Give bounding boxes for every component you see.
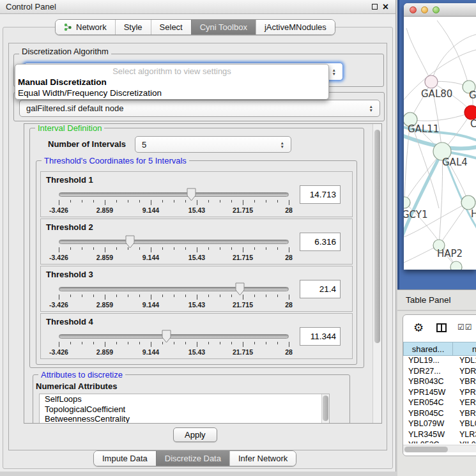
table-row[interactable]: YBR045CYBR0 (403, 409, 476, 420)
table-horizontal-scrollbar[interactable] (403, 445, 476, 452)
node-label: GAL11 (408, 123, 439, 135)
threshold-slider[interactable]: -3.4262.8599.14415.4321.71528 (59, 331, 289, 358)
slider-thumb[interactable] (187, 188, 196, 201)
scrollbar-thumb[interactable] (323, 395, 328, 421)
slider-tick (70, 342, 71, 344)
network-canvas[interactable]: GAL80 G C GAL11 GAL4 GCY1 H HAP2 (404, 17, 476, 270)
network-edge[interactable] (404, 151, 442, 203)
table-cell[interactable]: YLR345W (403, 430, 453, 441)
tab-impute-data[interactable]: Impute Data (94, 451, 156, 466)
zoom-traffic-light[interactable] (433, 6, 440, 13)
column-header-shared-name[interactable]: shared... (403, 342, 453, 356)
network-node[interactable] (450, 261, 462, 270)
threshold-value-input[interactable] (300, 280, 341, 298)
threshold-value-input[interactable] (300, 327, 341, 346)
group-title: Interval Definition (35, 123, 104, 133)
slider-tick (174, 247, 174, 250)
table-row[interactable]: YBL079WYBL0 (403, 419, 476, 430)
tab-select[interactable]: Select (151, 20, 191, 35)
dropdown-option-equal-width[interactable]: Equal Width/Frequency Discretization (15, 88, 328, 98)
number-of-intervals-combobox[interactable]: 5 ▲▼ (135, 136, 291, 153)
table-cell[interactable]: YBR0 (453, 409, 476, 420)
table-row[interactable]: YLR345WYLR3 (403, 430, 476, 441)
dropdown-option-manual[interactable]: Manual Discretization (15, 77, 328, 88)
network-node-selected[interactable] (464, 105, 476, 119)
control-panel-window: Control Panel × Network Style Select Cyn… (0, 0, 396, 472)
table-cell[interactable]: YER054C (403, 398, 453, 409)
slider-tick (208, 200, 209, 203)
table-panel: ⚙ ☑☑ shared... na YDL19...YDL1YDR27...YD… (397, 311, 476, 476)
table-row[interactable]: YDR27...YDR2 (403, 367, 476, 378)
attribute-list-item[interactable]: SelfLoops (40, 394, 329, 404)
table-row[interactable]: YIL052CYIL0 (403, 440, 476, 443)
scrollbar-thumb[interactable] (404, 447, 448, 452)
slider-tick (116, 247, 117, 250)
viewport-scrollbar[interactable] (372, 124, 381, 423)
network-edge[interactable] (431, 35, 476, 82)
select-columns-icon[interactable]: ☑☑ (457, 323, 473, 332)
slider-tick (105, 295, 105, 300)
table-cell[interactable]: YIL052C (403, 440, 453, 443)
close-icon[interactable]: × (383, 3, 388, 11)
table-cell[interactable]: YDL1 (453, 356, 476, 367)
table-cell[interactable]: YPR145W (403, 388, 453, 399)
table-cell[interactable]: YBL079W (403, 419, 453, 430)
network-edge[interactable] (406, 28, 431, 82)
table-cell[interactable]: YDR2 (453, 367, 476, 378)
threshold-slider[interactable]: -3.4262.8599.14415.4321.71528 (59, 236, 289, 263)
threshold-value-input[interactable] (300, 185, 341, 204)
scrollbar-thumb[interactable] (374, 130, 380, 343)
table-cell[interactable]: YDL19... (403, 356, 453, 367)
gear-icon[interactable]: ⚙ (413, 321, 424, 335)
tab-discretize-data[interactable]: Discretize Data (156, 451, 229, 466)
table-row[interactable]: YBR043CYBR0 (403, 377, 476, 388)
table-cell[interactable]: YBR043C (403, 377, 453, 388)
slider-thumb[interactable] (125, 235, 135, 249)
table-cell[interactable]: YPR1 (453, 388, 476, 399)
table-cell[interactable]: YDR27... (403, 367, 453, 378)
apply-button[interactable]: Apply (173, 427, 217, 442)
dropdown-prompt-item[interactable]: Select algorithm to view settings (15, 66, 328, 77)
tab-cyni-toolbox[interactable]: Cyni Toolbox (191, 20, 256, 35)
table-cell[interactable]: YLR3 (453, 430, 476, 441)
close-traffic-light[interactable] (410, 6, 417, 13)
column-header-name[interactable]: na (453, 342, 476, 356)
threshold-slider[interactable]: -3.4262.8599.14415.4321.71528 (59, 284, 289, 311)
slider-track[interactable] (59, 240, 289, 244)
slider-track[interactable] (59, 334, 289, 339)
network-node-gal80[interactable] (425, 75, 438, 88)
table-row[interactable]: YER054CYER0 (403, 398, 476, 409)
attributes-to-discretize-group: Attributes to discretize Numerical Attri… (33, 374, 350, 424)
table-cell[interactable]: YBR0 (453, 377, 476, 388)
slider-tick-label: 15.43 (188, 254, 205, 261)
tab-jactivemnodules-label: jActiveMNodules (265, 22, 326, 32)
minimize-traffic-light[interactable] (421, 6, 428, 13)
table-cell[interactable]: YBR045C (403, 409, 453, 420)
network-edge[interactable] (410, 112, 472, 121)
threshold-slider[interactable]: -3.4262.8599.14415.4321.71528 (59, 189, 289, 216)
table-row[interactable]: YPR145WYPR1 (403, 388, 476, 399)
table-row[interactable]: YDL19...YDL1 (403, 356, 476, 367)
table-data-combobox[interactable]: galFiltered.sif default node ▲▼ (19, 100, 380, 117)
attribute-list-item[interactable]: BetweennessCentrality (40, 414, 329, 424)
tab-jactivemnodules[interactable]: jActiveMNodules (256, 20, 335, 35)
slider-track[interactable] (59, 192, 289, 197)
slider-thumb[interactable] (235, 282, 245, 296)
tab-style[interactable]: Style (115, 20, 151, 35)
float-window-icon[interactable] (372, 4, 378, 10)
slider-tick (82, 295, 82, 297)
slider-track[interactable] (59, 287, 289, 291)
slider-tick (243, 247, 243, 252)
split-columns-icon[interactable] (436, 323, 447, 332)
slider-thumb[interactable] (162, 330, 171, 343)
list-scrollbar[interactable] (321, 394, 329, 424)
threshold-value-input[interactable] (300, 233, 341, 251)
table-cell[interactable]: YIL0 (453, 440, 476, 443)
tab-infer-network[interactable]: Infer Network (229, 451, 296, 466)
table-cell[interactable]: YER0 (453, 398, 476, 409)
table-cell[interactable]: YBL0 (453, 419, 476, 430)
tab-network[interactable]: Network (56, 20, 115, 35)
network-edge[interactable] (439, 203, 468, 245)
attribute-list-item[interactable]: TopologicalCoefficient (40, 404, 329, 415)
network-node[interactable] (461, 196, 475, 210)
